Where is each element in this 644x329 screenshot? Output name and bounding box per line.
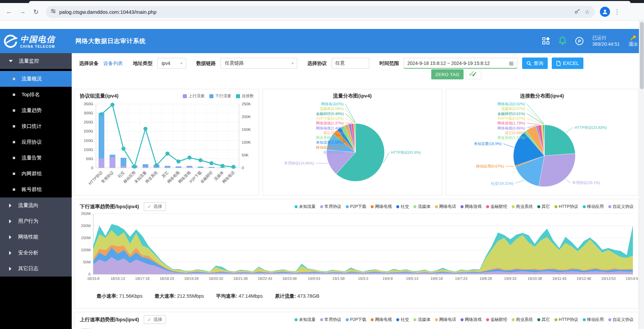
query-button[interactable]: 查询 [522, 58, 548, 69]
legend-item[interactable]: P2P下载 [346, 317, 367, 323]
series-select-button[interactable]: ✓选择 [144, 315, 166, 324]
browser-tab[interactable] [29, 1, 631, 3]
back-icon[interactable]: ← [3, 6, 15, 17]
forward-icon[interactable]: → [17, 6, 28, 17]
legend-item[interactable]: 网络电话 [435, 317, 456, 323]
p-badge-icon[interactable]: P [575, 37, 583, 45]
sidebar-item-11[interactable]: 网络性能 [0, 229, 72, 245]
connection-point[interactable] [143, 127, 147, 131]
excel-export-button[interactable]: EXCEL [552, 58, 583, 69]
legend-item[interactable]: HTTP协议 [554, 204, 578, 210]
legend-item[interactable]: 社交 [396, 204, 409, 210]
bar-uplink[interactable] [110, 157, 115, 168]
connection-point[interactable] [122, 147, 126, 151]
area-series-HTTP协议[interactable] [93, 230, 633, 272]
legend-item[interactable]: 上行流量 [183, 93, 205, 99]
bar-uplink[interactable] [209, 168, 214, 168]
time-range-input[interactable]: 2024-9-18 15:8:12 ~ 2024-9-19 15:8:12▦ [404, 58, 517, 69]
legend-item[interactable]: 网络电视 [371, 204, 392, 210]
legend-item[interactable]: 其它 [537, 317, 550, 323]
legend-item[interactable]: 流媒体 [413, 204, 431, 210]
bar-uplink[interactable] [187, 167, 192, 168]
legend-item[interactable]: 移动应用 [583, 317, 604, 323]
zero-tag-button[interactable]: ZERO TAG [431, 69, 464, 79]
sidebar-item-4[interactable]: 接口统计 [0, 118, 72, 134]
addr-type-select[interactable]: ipv4▼ [157, 58, 186, 69]
sidebar-item-8[interactable]: 账号群组 [0, 182, 72, 197]
reload-icon[interactable]: ↻ [30, 6, 42, 17]
logout-control[interactable]: 退出 [629, 35, 638, 47]
address-bar[interactable]: palog.ctsgw.damddos.com:10443/main.php ☆ [46, 6, 595, 18]
bar-uplink[interactable] [176, 168, 181, 168]
apps-grid-icon[interactable] [542, 37, 550, 45]
sidebar-item-9[interactable]: 流量流向 [0, 197, 72, 213]
legend-item[interactable]: HTTP协议 [554, 317, 578, 323]
page-scrollbar[interactable] [639, 21, 644, 329]
device-list-link[interactable]: 设备列表 [103, 60, 123, 67]
bar-uplink[interactable] [143, 167, 148, 168]
zero-tag-checkmark[interactable]: ✓✓ [466, 69, 481, 79]
scrollbar-thumb[interactable] [640, 22, 644, 89]
password-key-icon[interactable] [574, 8, 580, 15]
sidebar-item-5[interactable]: 应用协议 [0, 134, 72, 150]
series-select-button[interactable]: ✓选择 [144, 202, 166, 211]
legend-item[interactable]: 自定义协议 [608, 204, 634, 210]
legend-item[interactable]: 网络电话 [435, 204, 456, 210]
profile-avatar[interactable] [600, 7, 610, 17]
connection-point[interactable] [99, 112, 103, 116]
sidebar-item-1-active[interactable]: 流量概况 [0, 71, 72, 87]
connection-point[interactable] [199, 158, 203, 162]
protocol-input[interactable]: 任意 [332, 58, 369, 69]
connection-point[interactable] [166, 151, 170, 155]
data-link-select[interactable]: 任意链路▼ [221, 58, 297, 69]
legend-item[interactable]: 自定义协议 [608, 317, 634, 323]
pie-slice[interactable] [544, 125, 575, 156]
sidebar-item-12[interactable]: 安全分析 [0, 245, 72, 261]
legend-item[interactable]: 常用协议 [320, 204, 341, 210]
legend-item[interactable]: 流媒体 [413, 317, 431, 323]
sidebar-item-0[interactable]: 流量监控 [0, 53, 72, 69]
traffic-pie-chart[interactable]: 网络电话(0%)流媒体(0.09%)金融财经(0.49%)P2P下载(0.51%… [263, 99, 442, 193]
connection-point[interactable] [155, 163, 159, 167]
bar-uplink[interactable] [121, 166, 126, 168]
legend-item[interactable]: 商业系统 [512, 204, 533, 210]
connection-point[interactable] [188, 156, 192, 160]
site-info-icon[interactable] [50, 8, 56, 15]
legend-item[interactable]: 社交 [396, 317, 409, 323]
connection-point[interactable] [176, 159, 180, 163]
connection-point[interactable] [209, 161, 213, 165]
connection-pie-chart[interactable]: 网络电话(0.02%)流媒体(0.07%)金融财经(0.61%)P2P下载(0.… [446, 99, 638, 193]
bar-line-chart[interactable]: 350G300G250G200G150G100G50G0250K200K150K… [74, 99, 258, 192]
url-text[interactable]: palog.ctsgw.damddos.com:10443/main.php [59, 9, 571, 15]
sidebar-item-6[interactable]: 流量告警 [0, 150, 72, 166]
sidebar-item-13[interactable]: 其它日志 [0, 261, 72, 277]
legend-item[interactable]: 商业系统 [512, 317, 533, 323]
legend-item[interactable]: 移动应用 [583, 204, 604, 210]
bookmark-star-icon[interactable]: ☆ [585, 8, 590, 15]
legend-item[interactable]: 未知流量 [295, 317, 316, 323]
browser-menu-icon[interactable]: ⋮ [612, 8, 622, 15]
bar-uplink[interactable] [165, 167, 170, 168]
sidebar-item-3[interactable]: 流量趋势 [0, 103, 72, 118]
connection-point[interactable] [232, 165, 236, 169]
uplink-area-chart[interactable]: 100M [74, 324, 638, 329]
legend-item[interactable]: 下行流量 [209, 93, 231, 99]
connection-point[interactable] [221, 164, 225, 168]
bar-uplink[interactable] [198, 168, 203, 168]
legend-item[interactable]: P2P下载 [346, 204, 367, 210]
bar-uplink[interactable] [99, 158, 104, 168]
connection-point[interactable] [110, 103, 114, 107]
legend-item[interactable]: 连接数 [236, 93, 254, 99]
legend-item[interactable]: 未知流量 [295, 204, 316, 210]
sidebar-item-10[interactable]: 用户行为 [0, 213, 72, 229]
pie-slice[interactable] [539, 153, 575, 187]
connection-point[interactable] [132, 164, 136, 169]
legend-item[interactable]: 其它 [537, 204, 550, 210]
legend-item[interactable]: 网络游戏 [461, 204, 482, 210]
legend-item[interactable]: 常用协议 [320, 317, 341, 323]
legend-item[interactable]: 网络游戏 [461, 317, 482, 323]
legend-item[interactable]: 金融财经 [486, 317, 507, 323]
notification-bell-icon[interactable] [558, 36, 567, 46]
legend-item[interactable]: 网络电视 [371, 317, 392, 323]
downlink-area-chart[interactable]: 250M200M150M100M50M018/15:818/16:1318/17… [74, 211, 638, 289]
